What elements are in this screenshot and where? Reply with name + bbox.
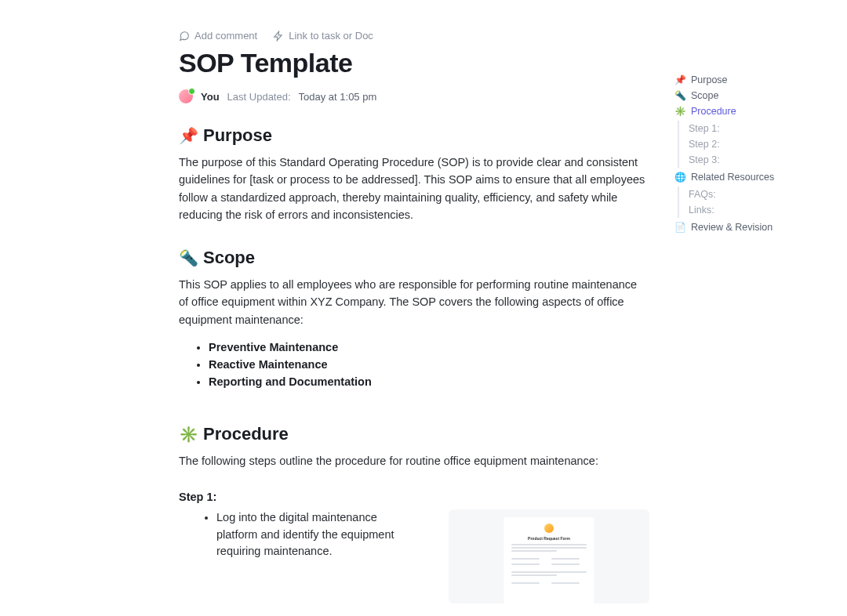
step-1-label: Step 1: xyxy=(179,491,649,503)
outline-label: Scope xyxy=(691,90,718,101)
outline-label: Review & Revision xyxy=(691,222,772,233)
flashlight-icon: 🔦 xyxy=(674,90,686,101)
page-title: SOP Template xyxy=(179,48,649,78)
outline-step-3[interactable]: Step 3: xyxy=(689,152,831,168)
comment-icon xyxy=(179,31,190,42)
list-item: Preventive Maintenance xyxy=(209,341,649,353)
add-comment-button[interactable]: Add comment xyxy=(179,30,257,42)
link-task-button[interactable]: Link to task or Doc xyxy=(273,30,373,42)
list-item: Reactive Maintenance xyxy=(209,358,649,371)
form-preview[interactable]: Product Request Form xyxy=(449,509,649,603)
procedure-intro: The following steps outline the procedur… xyxy=(179,452,649,469)
outline-step-1[interactable]: Step 1: xyxy=(689,121,831,136)
outline-item-review[interactable]: 📄 Review & Revision xyxy=(674,219,831,235)
step-1-text: Log into the digital maintenance platfor… xyxy=(216,509,417,560)
asterisk-icon: ✳️ xyxy=(674,106,686,117)
outline-links[interactable]: Links: xyxy=(689,202,831,218)
list-item: Reporting and Documentation xyxy=(209,375,649,388)
document-main: Add comment Link to task or Doc SOP Temp… xyxy=(179,30,649,603)
avatar[interactable] xyxy=(179,89,193,103)
last-updated-label: Last Updated: xyxy=(227,91,291,103)
outline-step-2[interactable]: Step 2: xyxy=(689,136,831,152)
author-name: You xyxy=(201,91,220,103)
form-desc-2 xyxy=(511,571,587,578)
document-outline: 📌 Purpose 🔦 Scope ✳️ Procedure Step 1: S… xyxy=(674,72,831,235)
scope-heading: 🔦 Scope xyxy=(179,248,649,268)
form-fields xyxy=(511,558,587,567)
link-icon xyxy=(273,31,284,42)
outline-label: Procedure xyxy=(691,106,736,117)
purpose-body: The purpose of this Standard Operating P… xyxy=(179,154,649,224)
form-desc xyxy=(511,544,587,553)
procedure-heading-text: Procedure xyxy=(203,424,289,444)
outline-item-purpose[interactable]: 📌 Purpose xyxy=(674,72,831,88)
outline-label: Purpose xyxy=(691,74,728,85)
purpose-heading: 📌 Purpose xyxy=(179,125,649,146)
outline-item-resources[interactable]: 🌐 Related Resources xyxy=(674,169,831,185)
form-avatar-icon xyxy=(544,524,554,533)
scope-body: This SOP applies to all employees who ar… xyxy=(179,276,649,328)
outline-item-scope[interactable]: 🔦 Scope xyxy=(674,88,831,103)
outline-item-procedure[interactable]: ✳️ Procedure xyxy=(674,103,831,119)
pin-icon: 📌 xyxy=(674,74,686,85)
purpose-heading-text: Purpose xyxy=(203,125,272,146)
scope-heading-text: Scope xyxy=(203,248,255,268)
outline-faqs[interactable]: FAQs: xyxy=(689,187,831,202)
page-icon: 📄 xyxy=(674,222,686,233)
last-updated-value: Today at 1:05 pm xyxy=(299,91,377,103)
form-fields-2 xyxy=(511,582,587,585)
scope-list: Preventive Maintenance Reactive Maintena… xyxy=(179,341,649,388)
outline-procedure-steps: Step 1: Step 2: Step 3: xyxy=(678,121,831,168)
pin-icon: 📌 xyxy=(179,126,198,145)
outline-label: Related Resources xyxy=(691,172,774,183)
procedure-heading: ✳️ Procedure xyxy=(179,424,649,444)
byline: You Last Updated: Today at 1:05 pm xyxy=(179,89,649,103)
link-task-label: Link to task or Doc xyxy=(289,30,373,42)
globe-icon: 🌐 xyxy=(674,172,686,183)
outline-resources-sub: FAQs: Links: xyxy=(678,187,831,218)
form-title: Product Request Form xyxy=(528,536,570,541)
flashlight-icon: 🔦 xyxy=(179,248,198,267)
step-1-row: Log into the digital maintenance platfor… xyxy=(179,509,649,603)
add-comment-label: Add comment xyxy=(194,30,257,42)
step-1-text-col: Log into the digital maintenance platfor… xyxy=(179,509,417,560)
asterisk-icon: ✳️ xyxy=(179,425,198,444)
doc-toolbar: Add comment Link to task or Doc xyxy=(179,30,649,42)
form-card: Product Request Form xyxy=(503,517,594,603)
